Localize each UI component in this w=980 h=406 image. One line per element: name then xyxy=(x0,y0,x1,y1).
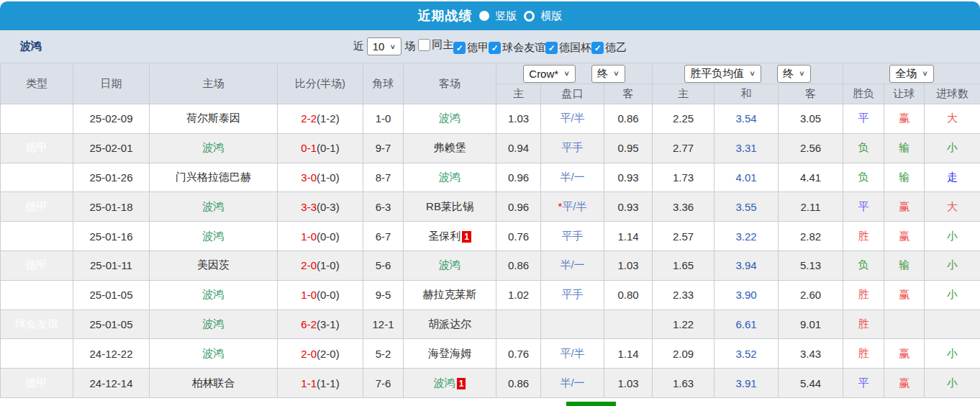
result-cell: 平 xyxy=(843,104,884,134)
checked-checkbox-icon[interactable]: ✓ xyxy=(453,42,466,54)
filter-checkbox-label[interactable]: 球会友谊 xyxy=(502,41,545,55)
league-cell: 德甲 xyxy=(1,222,73,251)
avg-select[interactable]: 胜平负均值∨ xyxy=(684,65,761,83)
header-fulltime-group: 全场∨ xyxy=(843,63,980,84)
avg-draw-odds-cell: 3.94 xyxy=(714,251,779,280)
vertical-layout-label[interactable]: 竖版 xyxy=(496,9,517,23)
header-score: 比分(半场) xyxy=(278,63,363,104)
team-name: 波鸿 xyxy=(203,347,224,359)
filter-checkbox-item[interactable]: 同主 xyxy=(418,38,453,52)
team-name: 波鸿 xyxy=(203,317,224,330)
date-cell: 25-01-11 xyxy=(73,251,150,280)
filter-checkbox-item[interactable]: ✓德甲 xyxy=(453,41,489,55)
date-cell: 25-01-18 xyxy=(73,192,150,222)
date-cell: 25-01-05 xyxy=(73,280,150,310)
avg-home-odds-cell: 2.09 xyxy=(653,339,714,369)
avg-home-odds-cell: 2.57 xyxy=(653,222,714,251)
away-team-cell: 波鸿 xyxy=(404,163,496,192)
bookmaker-final-select[interactable]: 终∨ xyxy=(591,65,625,83)
crow-away-odds-cell: 1.03 xyxy=(604,251,653,280)
corner-cell: 6-7 xyxy=(363,222,404,251)
filter-checkbox-label[interactable]: 同主 xyxy=(432,38,453,52)
chevron-down-icon: ∨ xyxy=(563,69,570,77)
recent-count-select[interactable]: 10∨ xyxy=(367,37,401,55)
result-cell: 胜 xyxy=(843,339,884,369)
fulltime-select[interactable]: 全场∨ xyxy=(889,65,934,83)
checked-checkbox-icon[interactable]: ✓ xyxy=(591,42,604,54)
home-team-cell: 波鸿 xyxy=(150,280,278,310)
home-team-cell: 波鸿 xyxy=(150,222,278,251)
bookmaker-select[interactable]: Crow*∨ xyxy=(523,65,576,83)
crow-away-odds-cell: 1.14 xyxy=(604,222,653,251)
header-away: 客场 xyxy=(404,63,496,104)
team-name: 海登海姆 xyxy=(428,347,471,359)
crow-home-odds-cell xyxy=(496,310,541,339)
result-cell: 平 xyxy=(843,192,884,222)
filter-checkbox-label[interactable]: 德乙 xyxy=(605,41,627,55)
handicap-cell: 平手 xyxy=(541,280,604,310)
chevron-down-icon: ∨ xyxy=(749,69,756,77)
avg-away-odds-cell: 3.43 xyxy=(779,339,843,369)
horizontal-layout-label[interactable]: 横版 xyxy=(541,9,563,23)
filter-group: 近 10∨ 场 同主✓德甲✓球会友谊✓德国杯✓德乙 xyxy=(353,37,627,55)
result-cell: 平 xyxy=(843,369,884,398)
score-cell: 2-0(2-0) xyxy=(278,339,363,369)
avg-final-select[interactable]: 终∨ xyxy=(777,65,811,83)
league-cell: 德甲 xyxy=(1,369,73,398)
halftime-score: (0-0) xyxy=(317,230,340,243)
crow-home-odds-cell: 0.76 xyxy=(496,222,541,251)
avg-home-odds-cell: 1.63 xyxy=(653,369,714,398)
handicap-result-cell: 赢 xyxy=(884,222,925,251)
league-cell: 德甲 xyxy=(1,163,73,192)
chevron-down-icon: ∨ xyxy=(389,42,396,50)
date-cell: 24-12-14 xyxy=(73,369,150,398)
fulltime-score: 3-0 xyxy=(301,171,317,184)
corner-cell: 8-7 xyxy=(363,163,404,192)
vertical-layout-radio[interactable] xyxy=(479,11,489,21)
date-cell: 25-01-26 xyxy=(73,163,150,192)
corner-cell: 1-0 xyxy=(363,104,404,134)
horizontal-layout-radio[interactable] xyxy=(524,11,535,22)
filter-checkbox-label[interactable]: 德甲 xyxy=(467,41,489,55)
halftime-score: (1-0) xyxy=(317,259,340,271)
result-cell: 负 xyxy=(843,163,884,192)
avg-home-odds-cell: 2.33 xyxy=(653,280,714,310)
avg-home-odds-cell: 1.65 xyxy=(653,251,714,280)
handicap-cell: 平手 xyxy=(541,222,604,251)
goals-result-cell: 小 xyxy=(925,251,980,280)
avg-away-odds-cell: 2.60 xyxy=(779,280,843,310)
match-row: 德甲25-01-11美因茨2-0(1-0)5-6波鸿0.86半/一1.031.6… xyxy=(1,251,980,280)
checked-checkbox-icon[interactable]: ✓ xyxy=(545,42,558,54)
avg-draw-odds-cell: 4.01 xyxy=(714,163,779,192)
home-team-cell: 美因茨 xyxy=(150,251,278,280)
corner-cell: 5-6 xyxy=(363,251,404,280)
crow-away-odds-cell: 1.14 xyxy=(604,339,653,369)
crow-home-odds-cell: 1.03 xyxy=(496,104,541,134)
avg-draw-odds-cell: 3.52 xyxy=(714,339,779,369)
checked-checkbox-icon[interactable]: ✓ xyxy=(489,42,501,54)
crow-home-odds-cell: 0.96 xyxy=(496,163,541,192)
team-name: 柏林联合 xyxy=(192,376,235,389)
goals-result-cell: 小 xyxy=(925,369,980,398)
handicap-cell: 平/半 xyxy=(541,104,604,134)
unchecked-checkbox-icon[interactable] xyxy=(418,39,430,51)
chevron-down-icon: ∨ xyxy=(922,69,928,77)
bottom-partial-button[interactable] xyxy=(566,402,616,406)
avg-away-odds-cell: 5.44 xyxy=(779,369,843,398)
subheader-crow-home: 主 xyxy=(496,84,541,104)
result-cell: 胜 xyxy=(843,280,884,310)
result-cell: 胜 xyxy=(843,222,884,251)
date-cell: 25-02-09 xyxy=(73,104,150,134)
crow-away-odds-cell xyxy=(604,310,653,339)
filter-checkbox-label[interactable]: 德国杯 xyxy=(559,41,591,55)
score-cell: 2-0(1-0) xyxy=(278,251,363,280)
avg-home-odds-cell: 2.77 xyxy=(653,133,714,163)
filter-checkbox-item[interactable]: ✓德国杯 xyxy=(545,41,591,55)
crow-home-odds-cell: 0.86 xyxy=(496,369,541,398)
league-cell: 德甲 xyxy=(1,339,73,369)
filter-checkbox-item[interactable]: ✓球会友谊 xyxy=(489,41,545,55)
filter-checkbox-item[interactable]: ✓德乙 xyxy=(591,41,627,55)
header-date: 日期 xyxy=(73,63,150,104)
league-cell: 球会友谊 xyxy=(1,310,73,339)
fulltime-score: 3-3 xyxy=(301,201,317,213)
